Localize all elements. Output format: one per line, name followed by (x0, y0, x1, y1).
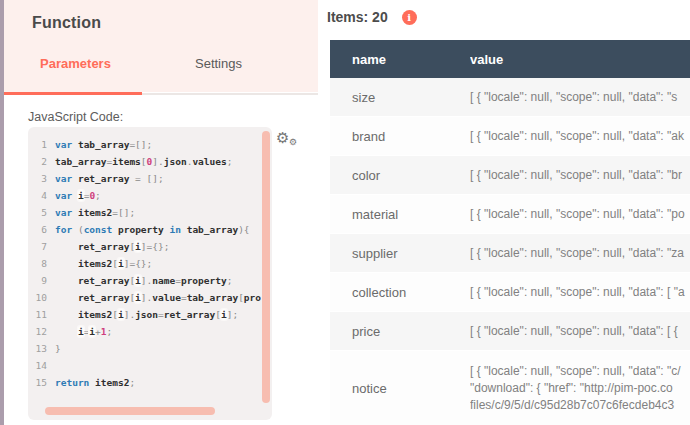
row-value: [ { "locale": null, "scope": null, "data… (470, 245, 690, 262)
code-line[interactable]: tab_array=items[0].json.values; (28, 153, 272, 170)
table-row: supplier [ { "locale": null, "scope": nu… (330, 234, 690, 273)
row-name: price (330, 324, 470, 339)
code-line[interactable]: var items2=[]; (28, 204, 272, 221)
node-settings-panel: Function Parameters Settings JavaScript … (4, 0, 318, 425)
table-row: collection [ { "locale": null, "scope": … (330, 273, 690, 312)
items-count-label: Items: 20 (327, 9, 388, 25)
code-line[interactable]: var tab_array=[]; (28, 136, 272, 153)
row-value: [ { "locale": null, "scope": null, "data… (470, 167, 690, 184)
column-header-name: name (330, 52, 470, 67)
javascript-code-editor[interactable]: var tab_array=[]; tab_array=items[0].jso… (28, 127, 272, 420)
column-header-value: value (470, 52, 690, 67)
row-name: color (330, 168, 470, 183)
gear-icon: ⚙ (276, 131, 289, 146)
active-tab-indicator (4, 92, 142, 95)
table-row: brand [ { "locale": null, "scope": null,… (330, 117, 690, 156)
table-row: size [ { "locale": null, "scope": null, … (330, 78, 690, 117)
gear-small-icon: ⚙ (289, 138, 297, 147)
tab-underline-track (142, 93, 318, 95)
table-row: price [ { "locale": null, "scope": null,… (330, 312, 690, 351)
code-line[interactable]: ret_array[i]={}; (28, 238, 272, 255)
tab-settings[interactable]: Settings (147, 56, 290, 71)
code-line[interactable]: ret_array[i].name=property; (28, 272, 272, 289)
tab-bar: Parameters Settings (4, 56, 290, 71)
node-header: Function Parameters Settings (4, 0, 318, 92)
items-header: Items: 20 i (327, 9, 417, 25)
info-icon[interactable]: i (402, 10, 417, 25)
row-value: [ { "locale": null, "scope": null, "data… (470, 89, 690, 106)
row-name: notice (330, 381, 470, 396)
row-name: brand (330, 129, 470, 144)
node-title: Function (32, 14, 318, 32)
tab-parameters[interactable]: Parameters (4, 56, 147, 71)
editor-horizontal-scrollbar[interactable] (45, 407, 215, 415)
code-line[interactable]: ret_array[i].value=tab_array[pro (28, 289, 272, 306)
results-table: name value size [ { "locale": null, "sco… (330, 40, 690, 425)
code-line[interactable]: var i=0; (28, 187, 272, 204)
code-line[interactable]: } (28, 340, 272, 357)
row-name: size (330, 90, 470, 105)
code-line[interactable]: i=i+1; (28, 323, 272, 340)
code-line[interactable]: items2[i]={}; (28, 255, 272, 272)
row-value: [ { "locale": null, "scope": null, "data… (470, 284, 690, 301)
code-line[interactable]: for (const property in tab_array){ (28, 221, 272, 238)
code-lines: var tab_array=[]; tab_array=items[0].jso… (28, 127, 272, 391)
row-name: material (330, 207, 470, 222)
code-field-label: JavaScript Code: (28, 110, 318, 124)
table-row: color [ { "locale": null, "scope": null,… (330, 156, 690, 195)
row-value: [ { "locale": null, "scope": null, "data… (470, 323, 690, 340)
code-line[interactable]: var ret_array = []; (28, 170, 272, 187)
row-name: supplier (330, 246, 470, 261)
row-value: [ { "locale": null, "scope": null, "data… (470, 363, 690, 414)
editor-vertical-scrollbar[interactable] (262, 131, 270, 403)
row-value: [ { "locale": null, "scope": null, "data… (470, 206, 690, 223)
table-header-row: name value (330, 40, 690, 78)
editor-options-button[interactable]: ⚙ ⚙ (276, 131, 302, 155)
code-line[interactable]: return items2; (28, 374, 272, 391)
output-panel: Items: 20 i name value size [ { "locale"… (318, 0, 690, 425)
code-line[interactable]: items2[i].json=ret_array[i]; (28, 306, 272, 323)
table-row: notice [ { "locale": null, "scope": null… (330, 351, 690, 425)
row-name: collection (330, 285, 470, 300)
function-node-dialog: Function Parameters Settings JavaScript … (0, 0, 690, 425)
row-value: [ { "locale": null, "scope": null, "data… (470, 128, 690, 145)
table-row: material [ { "locale": null, "scope": nu… (330, 195, 690, 234)
tab-underline (4, 92, 318, 95)
code-line[interactable] (28, 357, 272, 374)
